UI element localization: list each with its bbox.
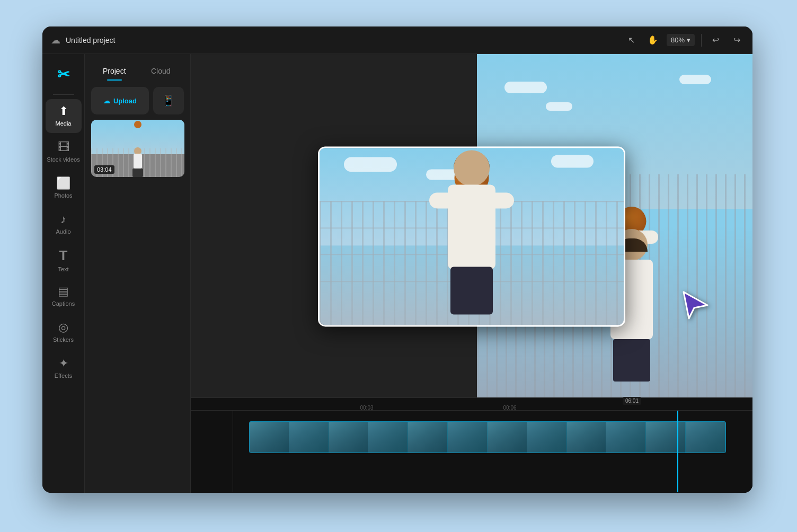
stickers-icon: ◎ — [58, 321, 68, 334]
device-upload-button[interactable]: 📱 — [153, 87, 184, 114]
timeline-tracks — [233, 411, 752, 492]
f-cloud-1 — [344, 157, 397, 172]
frame-3 — [329, 422, 369, 453]
tab-project[interactable]: Project — [93, 63, 136, 81]
upload-cloud-icon: ☁ — [103, 97, 110, 105]
panel-content: ☁ Upload 📱 — [85, 81, 190, 493]
featured-legs — [450, 267, 493, 314]
zoom-control[interactable]: 80% ▾ — [667, 34, 695, 46]
header-left: ☁ Untitled project — [51, 34, 624, 46]
cursor-tool-icon[interactable]: ↖ — [624, 33, 639, 48]
featured-video-frame[interactable] — [318, 146, 625, 326]
sidebar-label-effects: Effects — [55, 373, 72, 379]
header-bar: ☁ Untitled project ↖ ✋ 80% ▾ ↩ ↪ — [42, 26, 752, 54]
tab-cloud[interactable]: Cloud — [140, 63, 182, 81]
sidebar-label-media: Media — [56, 120, 72, 127]
sidebar: ✂ ⬆ Media 🎞 Stock videos ⬜ Photos ♪ Audi… — [42, 54, 85, 493]
featured-player — [419, 161, 525, 314]
frame-1 — [250, 422, 289, 453]
sidebar-label-text: Text — [58, 266, 68, 273]
sidebar-divider — [53, 94, 74, 95]
sidebar-item-captions[interactable]: ▤ Captions — [46, 279, 82, 313]
text-icon: T — [59, 247, 68, 264]
sidebar-item-media[interactable]: ⬆ Media — [46, 99, 82, 133]
effects-icon: ✦ — [59, 357, 68, 370]
cloud-2 — [546, 102, 572, 111]
frame-8 — [527, 422, 567, 453]
cloud-3 — [679, 75, 711, 84]
track-labels — [191, 411, 233, 492]
time-marker-3: 00:03 — [360, 405, 373, 411]
time-marker-6: 00:06 — [503, 405, 516, 411]
player-legs — [132, 169, 143, 177]
playhead-time-badge: 06:01 — [623, 397, 641, 405]
zoom-chevron: ▾ — [687, 36, 690, 44]
stock-videos-icon: 🎞 — [58, 140, 69, 154]
svg-marker-0 — [684, 292, 707, 318]
undo-button[interactable]: ↩ — [708, 33, 723, 48]
video-duration: 03:04 — [94, 165, 114, 174]
upload-buttons: ☁ Upload 📱 — [91, 87, 184, 114]
media-icon: ⬆ — [59, 104, 68, 118]
timeline-area: 00:03 00:06 06:01 — [191, 397, 752, 493]
upload-button[interactable]: ☁ Upload — [91, 87, 149, 114]
panel-tabs: Project Cloud — [85, 54, 190, 81]
app-window: ☁ Untitled project ↖ ✋ 80% ▾ ↩ ↪ ✂ ⬆ Med… — [42, 26, 752, 493]
preview-canvas — [191, 54, 752, 397]
sidebar-label-stock-videos: Stock videos — [47, 156, 79, 163]
featured-head — [454, 150, 490, 186]
divider — [701, 34, 702, 47]
timeline-ruler: 00:03 00:06 06:01 — [191, 398, 752, 411]
sidebar-item-photos[interactable]: ⬜ Photos — [46, 171, 82, 205]
sidebar-label-photos: Photos — [54, 192, 72, 199]
frame-9 — [567, 422, 607, 453]
photos-icon: ⬜ — [56, 176, 70, 190]
player-ball — [134, 121, 141, 128]
bg-legs — [613, 339, 650, 382]
cloud-save-icon[interactable]: ☁ — [51, 34, 60, 46]
capcut-logo-icon: ✂ — [57, 66, 69, 83]
audio-icon: ♪ — [60, 212, 66, 226]
frame-7 — [488, 422, 527, 453]
sidebar-item-audio[interactable]: ♪ Audio — [46, 207, 82, 241]
editor-area: 00:03 00:06 06:01 — [191, 54, 752, 493]
featured-scene — [320, 148, 624, 325]
arrow-cursor-icon — [678, 289, 710, 321]
logo: ✂ — [52, 63, 75, 86]
app-body: ✂ ⬆ Media 🎞 Stock videos ⬜ Photos ♪ Audi… — [42, 54, 752, 493]
sidebar-item-text[interactable]: T Text — [46, 243, 82, 277]
player-body — [134, 154, 142, 169]
sidebar-label-captions: Captions — [52, 300, 75, 307]
sidebar-item-effects[interactable]: ✦ Effects — [46, 351, 82, 385]
captions-icon: ▤ — [58, 285, 69, 298]
sidebar-label-audio: Audio — [56, 228, 70, 235]
frame-4 — [368, 422, 408, 453]
f-cloud-3 — [551, 155, 594, 168]
cursor-arrow — [678, 289, 710, 323]
frame-5 — [408, 422, 448, 453]
frame-2 — [289, 422, 329, 453]
media-thumbnail[interactable]: 03:04 — [91, 120, 184, 177]
header-right: ↖ ✋ 80% ▾ ↩ ↪ — [624, 33, 744, 48]
media-panel: Project Cloud ☁ Upload 📱 — [85, 54, 191, 493]
sidebar-item-stickers[interactable]: ◎ Stickers — [46, 315, 82, 349]
device-icon: 📱 — [162, 94, 175, 107]
featured-body — [448, 184, 495, 269]
video-frames — [250, 422, 725, 453]
sidebar-item-stock-videos[interactable]: 🎞 Stock videos — [46, 135, 82, 169]
frame-10 — [606, 422, 646, 453]
frame-12 — [686, 422, 725, 453]
hand-tool-icon[interactable]: ✋ — [645, 33, 660, 48]
timeline-content — [191, 411, 752, 492]
zoom-value: 80% — [671, 36, 685, 44]
redo-button[interactable]: ↪ — [729, 33, 744, 48]
frame-6 — [448, 422, 488, 453]
playhead[interactable] — [677, 411, 678, 492]
ruler-marks: 00:03 00:06 06:01 — [233, 398, 710, 411]
video-track[interactable] — [249, 421, 726, 453]
sidebar-label-stickers: Stickers — [53, 336, 74, 343]
frame-11 — [646, 422, 686, 453]
project-title: Untitled project — [66, 36, 115, 45]
cloud-1 — [504, 82, 547, 93]
